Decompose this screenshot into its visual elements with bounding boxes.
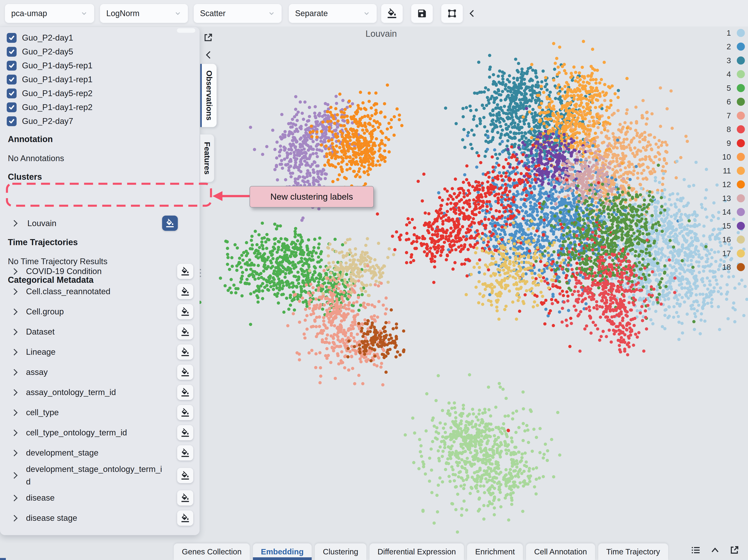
metadata-row[interactable]: Cell.class_reannotated [8,282,193,301]
dataset-checkbox-row[interactable]: Guo_P2-day1 [7,31,193,45]
metadata-color-fill-button[interactable] [177,365,193,380]
bottom-tab[interactable]: Embedding [253,543,312,560]
metadata-color-fill-button[interactable] [177,445,193,461]
expand-panel-button[interactable] [710,545,720,556]
checkbox-checked-icon[interactable] [7,116,17,126]
legend-item[interactable]: 1 [718,26,745,40]
legend-item[interactable]: 5 [718,81,745,95]
legend-item[interactable]: 14 [718,205,745,219]
tab-observations[interactable]: Observations [200,64,217,127]
metadata-row[interactable]: assay [8,362,193,382]
open-panel-button[interactable] [203,32,213,44]
metadata-label: Cell.group [26,306,64,318]
dataset-checkbox-row[interactable]: Guo_P1-day1-rep2 [7,100,193,114]
metadata-color-fill-button[interactable] [177,284,193,299]
cluster-row-louvain[interactable]: Louvain [8,213,192,234]
cluster-color-fill-button[interactable] [162,216,178,231]
checkbox-checked-icon[interactable] [7,33,17,43]
legend-item[interactable]: 6 [718,95,745,109]
chevron-right-icon[interactable] [11,369,18,375]
metadata-color-fill-button[interactable] [177,385,193,400]
checkbox-checked-icon[interactable] [7,75,17,84]
legend-item[interactable]: 13 [718,191,745,205]
metadata-color-fill-button[interactable] [177,468,193,483]
legend-item[interactable]: 11 [718,164,745,178]
metadata-row[interactable]: COVID-19 Condition [8,261,193,282]
legend-item[interactable]: 12 [718,178,745,192]
plot-type-select[interactable]: Scatter [194,4,282,23]
bottom-tab[interactable]: Cell Annotation [526,543,595,560]
chevron-right-icon[interactable] [11,515,18,521]
bottom-tab[interactable]: Clustering [315,543,366,560]
chevron-right-icon[interactable] [11,220,18,227]
dataset-checkbox-row[interactable]: Guo_P1-day1-rep1 [7,73,193,87]
tab-features[interactable]: Features [200,135,214,182]
dataset-checkbox-row[interactable]: Guo_P2-day7 [7,114,193,128]
dataset-checkbox-row[interactable]: Guo_P1-day5-rep2 [7,87,193,100]
chevron-right-icon[interactable] [11,494,18,501]
selection-marquee-button[interactable] [441,4,463,23]
metadata-row[interactable]: development_stage [8,443,193,463]
checkbox-checked-icon[interactable] [7,61,17,71]
legend-item[interactable]: 17 [718,246,745,260]
metadata-row[interactable]: disease stage [8,508,193,528]
chevron-right-icon[interactable] [11,409,18,416]
legend-item[interactable]: 3 [718,53,745,68]
checkbox-checked-icon[interactable] [7,89,17,98]
checkbox-checked-icon[interactable] [7,47,17,57]
metadata-row[interactable]: Lineage [8,342,193,362]
chevron-right-icon[interactable] [11,308,18,315]
open-external-button[interactable] [729,545,740,556]
legend-item[interactable]: 10 [718,150,745,164]
chevron-right-icon[interactable] [11,268,18,275]
collapse-sidebar-button[interactable] [204,50,214,61]
chevron-right-icon[interactable] [11,429,18,436]
color-fill-button[interactable] [381,4,403,23]
metadata-color-fill-button[interactable] [177,304,193,319]
legend-item[interactable]: 16 [718,233,745,247]
bottom-tab-label: Clustering [323,547,358,556]
metadata-row[interactable]: Dataset [8,322,193,342]
legend-item[interactable]: 15 [718,219,745,233]
chevron-right-icon[interactable] [11,449,18,456]
legend-item[interactable]: 2 [718,40,745,54]
dataset-checkbox-row[interactable]: Guo_P1-day5-rep1 [7,59,193,73]
metadata-row[interactable]: disease [8,488,193,508]
metadata-row[interactable]: cell_type_ontology_term_id [8,423,193,443]
paint-bucket-icon [181,347,190,357]
metadata-color-fill-button[interactable] [177,405,193,420]
chevron-right-icon[interactable] [11,328,18,335]
chevron-right-icon[interactable] [11,288,18,295]
legend-item[interactable]: 9 [718,136,745,150]
list-view-button[interactable] [691,545,701,556]
layout-select[interactable]: Separate [289,4,377,23]
panel-resize-handle[interactable]: ⋮ [195,270,205,275]
bottom-tab[interactable]: Time Trajectory [598,543,668,560]
checkbox-checked-icon[interactable] [7,102,17,112]
metadata-color-fill-button[interactable] [177,344,193,360]
legend-item[interactable]: 7 [718,109,745,123]
bottom-tab[interactable]: Genes Collection [174,543,250,560]
metadata-row[interactable]: assay_ontology_term_id [8,382,193,403]
dataset-checkbox-row[interactable]: Guo_P2-day5 [7,45,193,59]
metadata-color-fill-button[interactable] [177,490,193,506]
chevron-right-icon[interactable] [11,349,18,356]
save-button[interactable] [411,4,433,23]
legend-item[interactable]: 8 [718,123,745,137]
metadata-color-fill-button[interactable] [177,324,193,340]
chevron-right-icon[interactable] [11,389,18,396]
metadata-color-fill-button[interactable] [177,510,193,526]
legend-item[interactable]: 4 [718,68,745,81]
embedding-select[interactable]: pca-umap [5,4,94,23]
metadata-row[interactable]: development_stage_ontology_term_id [8,463,193,488]
bottom-tab[interactable]: Enrichment [467,543,523,560]
metadata-row[interactable]: Cell.group [8,301,193,322]
metadata-row[interactable]: cell_type [8,403,193,423]
bottom-tab[interactable]: Differential Expression [370,543,464,560]
collapse-toolbar-button[interactable] [466,6,478,21]
normalization-select[interactable]: LogNorm [100,4,188,23]
legend-item[interactable]: 18 [718,260,745,274]
metadata-color-fill-button[interactable] [177,425,193,440]
metadata-color-fill-button[interactable] [177,264,193,279]
chevron-right-icon[interactable] [11,472,18,479]
